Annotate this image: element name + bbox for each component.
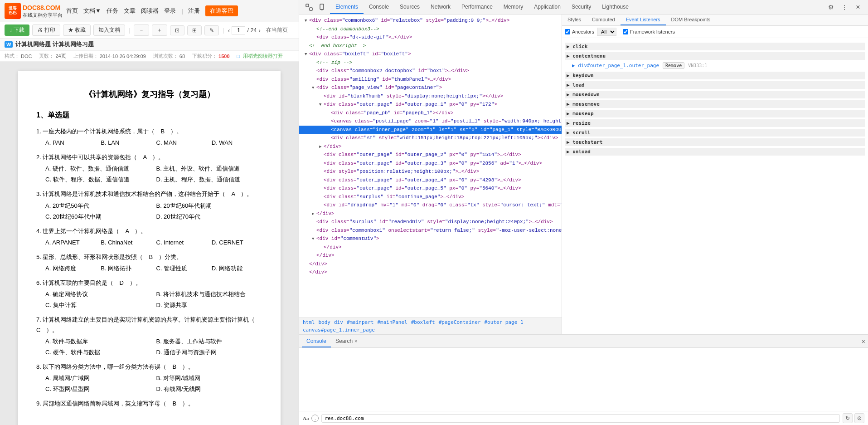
tab-lighthouse[interactable]: Lighthouse <box>596 0 634 14</box>
breadcrumb-item[interactable]: #outer_page_1 <box>484 319 523 325</box>
tab-console[interactable]: Console <box>364 0 394 14</box>
dom-line[interactable]: ▼<div class="commonbox2 doctopbox" id="b… <box>299 67 562 75</box>
event-listener-path[interactable]: ▶ div#outer_page_1.outer_page <box>572 63 659 68</box>
breadcrumb-item[interactable]: body <box>319 319 331 325</box>
breadcrumb-item[interactable]: #mainPanel <box>377 319 407 325</box>
search-tab-close[interactable]: × <box>354 338 357 344</box>
dom-expand-triangle[interactable] <box>319 101 324 108</box>
print-button[interactable]: 🖨 打印 <box>32 24 60 36</box>
ancestors-select[interactable]: All <box>597 28 616 36</box>
tab-sources[interactable]: Sources <box>394 0 425 14</box>
close-devtools-button[interactable]: × <box>852 1 864 14</box>
page-number-input[interactable]: 1 <box>232 26 245 34</box>
dom-line[interactable]: </div> <box>299 251 562 260</box>
dom-expand-triangle[interactable] <box>305 50 309 58</box>
tab-security[interactable]: Security <box>566 0 596 14</box>
dom-line[interactable]: </div> <box>299 260 562 269</box>
download-button[interactable]: ↓ 下载 <box>5 24 29 36</box>
grid-button[interactable]: ⊞ <box>187 25 202 35</box>
breadcrumb-item[interactable]: html <box>303 319 315 325</box>
dom-expand-triangle[interactable] <box>305 17 309 24</box>
dom-line[interactable]: <!-- zip --> <box>299 59 562 67</box>
tab-application[interactable]: Application <box>529 0 566 14</box>
event-section-title[interactable]: ▶ scroll <box>565 129 865 137</box>
dom-expand-triangle[interactable] <box>312 84 316 92</box>
dom-line[interactable]: ▼<div style="position:relative;height:10… <box>299 167 562 176</box>
dom-line[interactable]: </div> <box>299 268 562 277</box>
event-listeners-content[interactable]: ▶ click▶ contextmenu▶ div#outer_page_1.o… <box>562 38 868 334</box>
add-doc-button[interactable]: 加入文档 <box>93 24 125 36</box>
event-section-title[interactable]: ▶ load <box>565 81 865 89</box>
doc-content[interactable]: 《计算机网络》复习指导（复习题） 1、单选题 1. 一座大楼内的一个计算机网络系… <box>0 62 299 425</box>
tab-search-bottom[interactable]: Search × <box>331 335 362 347</box>
collect-button[interactable]: ★ 收藏 <box>63 24 91 36</box>
event-section-title[interactable]: ▶ contextmenu <box>565 52 865 60</box>
nav-tasks[interactable]: 任务 <box>107 7 118 15</box>
event-section-title[interactable]: ▶ mouseup <box>565 110 865 117</box>
prev-page-button[interactable]: ‹ <box>228 27 230 34</box>
tab-dom-breakpoints[interactable]: DOM Breakpoints <box>666 15 716 25</box>
dom-line[interactable]: <!--end boxright--> <box>299 42 562 50</box>
tab-memory[interactable]: Memory <box>498 0 529 14</box>
dom-line[interactable]: ▼<div class="outer_page" id="outer_page_… <box>299 176 562 185</box>
dom-line[interactable]: </div> <box>299 243 562 252</box>
event-section-title[interactable]: ▶ click <box>565 43 865 50</box>
dom-line[interactable]: ▼<div id="dragdrop" mv="1" md="0" drag="… <box>299 201 562 210</box>
annotate-button[interactable]: ✎ <box>204 25 219 35</box>
dom-line[interactable]: ▼<canvas class="inner_page" zoom="1" ls=… <box>299 126 562 134</box>
nav-login[interactable]: 登录 <box>164 7 176 15</box>
tab-computed[interactable]: Computed <box>587 15 621 25</box>
nav-article[interactable]: 文章 <box>124 7 136 15</box>
nav-register[interactable]: 注册 <box>188 7 200 15</box>
dom-content[interactable]: <div class="commonbox6" id="relatebox" s… <box>299 15 562 318</box>
dom-line[interactable]: <div class="boxleft" id="boxleft"> <box>299 50 562 59</box>
tab-styles[interactable]: Styles <box>562 15 587 25</box>
breadcrumb-item[interactable]: canvas#page_1.inner_page <box>303 327 375 333</box>
dom-line[interactable]: <div class="page_view" id="pageContainer… <box>299 83 562 92</box>
dom-line[interactable]: <!--end commonbox3--> <box>299 25 562 34</box>
breadcrumb-item[interactable]: #mainpart <box>347 319 374 325</box>
zoom-out-button[interactable]: － <box>134 24 149 36</box>
console-clear-button[interactable]: ⊘ <box>854 413 864 423</box>
dom-line[interactable]: ▼<div class="dk-side-gif">…</div> <box>299 33 562 42</box>
console-filter-input[interactable] <box>321 414 840 423</box>
tab-console-bottom[interactable]: Console <box>302 335 331 347</box>
console-close-button[interactable]: × <box>862 338 865 345</box>
fullscreen-button[interactable]: ⊡ <box>170 25 184 35</box>
dom-line[interactable]: ▼<div class="surplus" id="readEndDiv" st… <box>299 218 562 226</box>
dom-line[interactable]: </div> <box>299 210 562 218</box>
dom-line[interactable]: ▼<div class="st" style="width:151px;heig… <box>299 134 562 142</box>
dom-line[interactable]: ▼<div class="outer_page" id="outer_page_… <box>299 151 562 159</box>
console-refresh-button[interactable]: ↻ <box>843 413 853 423</box>
reader-button[interactable]: 用稻壳阅读器打开 <box>243 53 283 59</box>
event-section-title[interactable]: ▶ keydown <box>565 72 865 79</box>
dom-line[interactable]: <div class="outer_page" id="outer_page_1… <box>299 100 562 109</box>
nav-home[interactable]: 首页 <box>66 7 78 15</box>
dom-line[interactable]: <div class="commonbox6" id="relatebox" s… <box>299 16 562 25</box>
dom-line[interactable]: ▼<div class="outer_page" id="outer_page_… <box>299 184 562 193</box>
zoom-in-button[interactable]: ＋ <box>152 24 167 36</box>
remove-event-listener-button[interactable]: Remove <box>663 62 684 69</box>
ancestors-checkbox[interactable] <box>565 29 570 34</box>
tab-elements[interactable]: Elements <box>330 0 364 14</box>
nav-reader[interactable]: 阅读器 <box>141 7 159 15</box>
tab-event-listeners[interactable]: Event Listeners <box>621 15 666 25</box>
dom-line[interactable]: ▼<div id="blankThumb" style="display:non… <box>299 92 562 101</box>
settings-icon-button[interactable]: ⚙ <box>824 1 837 14</box>
meta-reader[interactable]: □ 用稻壳阅读器打开 <box>237 53 283 59</box>
dom-line[interactable]: ▼<div class="surplus" id="continue_page"… <box>299 193 562 201</box>
breadcrumb-item[interactable]: div <box>334 319 343 325</box>
dom-expand-triangle[interactable] <box>312 210 316 218</box>
device-icon-button[interactable] <box>316 1 329 14</box>
dom-line[interactable]: ▼<div class="outer_page" id="outer_page_… <box>299 159 562 168</box>
dom-line[interactable]: ▼<div class="page_pb" id="pagepb_1"></di… <box>299 109 562 117</box>
dom-line[interactable]: ▼<div class="smilling" id="thumbPanel">…… <box>299 75 562 84</box>
nav-docs[interactable]: 文档▼ <box>83 7 101 15</box>
event-section-title[interactable]: ▶ mousedown <box>565 91 865 98</box>
event-section-title[interactable]: ▶ mousemove <box>565 100 865 108</box>
event-listener-item[interactable]: ▶ div#outer_page_1.outer_pageRemoveVN333… <box>565 61 865 70</box>
dom-expand-triangle[interactable] <box>312 235 316 243</box>
framework-listeners-checkbox[interactable] <box>623 29 628 34</box>
tab-network[interactable]: Network <box>425 0 456 14</box>
dom-line[interactable]: ▼<div class="commonbox1" onselectstart="… <box>299 226 562 235</box>
